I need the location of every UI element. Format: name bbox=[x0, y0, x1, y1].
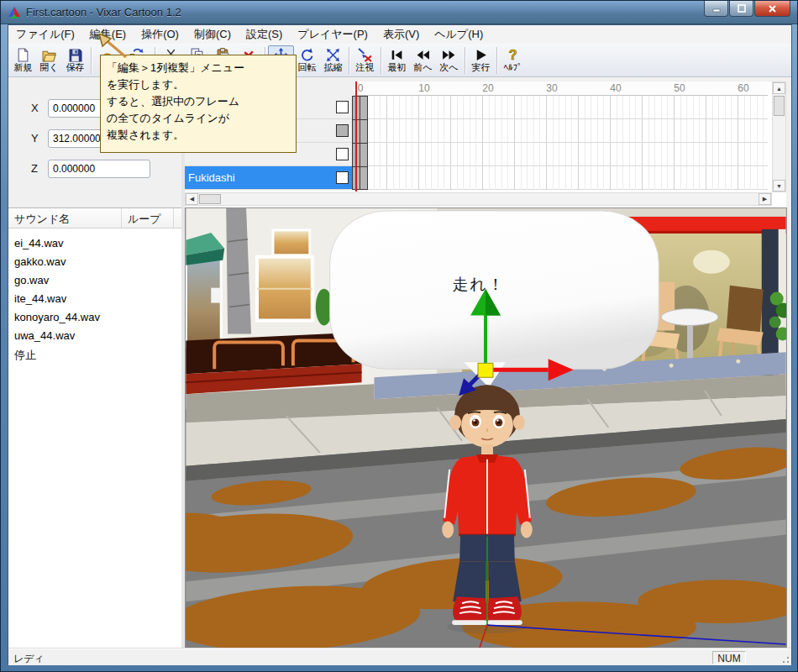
prev-frame-icon bbox=[416, 48, 430, 62]
track-checkbox[interactable] bbox=[336, 101, 349, 113]
sound-list-item[interactable]: 停止 bbox=[8, 345, 172, 364]
first-frame-icon bbox=[390, 48, 404, 62]
help-button[interactable]: ? ﾍﾙﾌﾟ bbox=[500, 45, 526, 76]
prev-frame-label: 前へ bbox=[413, 62, 432, 73]
sound-list-item[interactable]: ite_44.wav bbox=[8, 290, 172, 308]
save-label: 保存 bbox=[66, 62, 85, 73]
timeline-hscrollbar[interactable]: ◀ ▶ bbox=[185, 192, 772, 206]
gizmo-center-handle[interactable] bbox=[478, 363, 493, 377]
close-icon bbox=[768, 4, 777, 13]
open-label: 開く bbox=[39, 62, 58, 73]
scroll-down-arrow[interactable]: ▼ bbox=[773, 180, 785, 192]
timeline-track-row-fukidashi[interactable]: Fukidashi bbox=[185, 166, 352, 190]
ruler-tick: 30 bbox=[546, 82, 557, 94]
sound-name-column-header[interactable]: サウンド名 bbox=[8, 208, 122, 228]
sound-panel: サウンド名 ループ ei_44.wav gakko.wav go.wav ite… bbox=[8, 207, 181, 648]
rotate-label: 回転 bbox=[298, 62, 317, 73]
menu-file[interactable]: ファイル(F) bbox=[8, 24, 82, 45]
track-checkbox[interactable] bbox=[336, 148, 349, 160]
ruler-tick: 20 bbox=[482, 82, 493, 94]
playhead[interactable] bbox=[355, 81, 357, 192]
selected-frame-column[interactable] bbox=[352, 96, 368, 190]
hscroll-thumb[interactable] bbox=[199, 194, 221, 204]
gaze-button[interactable]: 注視 bbox=[352, 45, 378, 76]
minimize-button[interactable] bbox=[704, 1, 728, 17]
track-checkbox[interactable] bbox=[336, 124, 349, 137]
edit-menu-tooltip: 「編集＞1列複製」メニュー を実行します。 すると、選択中のフレーム の全てのタ… bbox=[100, 55, 297, 153]
timeline-ruler[interactable]: 0 10 20 30 40 50 60 bbox=[354, 81, 768, 96]
vscroll-thumb[interactable] bbox=[774, 96, 785, 116]
ruler-tick: 50 bbox=[674, 82, 685, 94]
track-label: Fukidashi bbox=[188, 171, 235, 184]
open-button[interactable]: 開く bbox=[36, 45, 62, 76]
loop-column-header[interactable]: ループ bbox=[122, 208, 174, 228]
close-button[interactable] bbox=[754, 1, 790, 17]
maximize-icon bbox=[738, 4, 746, 13]
client-area: ファイル(F) 編集(E) 操作(O) 制御(C) 設定(S) プレイヤー(P)… bbox=[8, 24, 792, 664]
toolbar-separator bbox=[465, 47, 465, 74]
tooltip-callout-arrow bbox=[92, 34, 131, 59]
tooltip-line: 複製されます。 bbox=[107, 127, 290, 144]
window-title: First.cartoon - Vixar Cartoon 1.2 bbox=[26, 6, 181, 18]
toolbar-separator bbox=[381, 47, 381, 74]
scroll-left-arrow[interactable]: ◀ bbox=[186, 193, 198, 205]
new-button[interactable]: 新規 bbox=[10, 45, 36, 76]
sound-list-item[interactable]: uwa_44.wav bbox=[8, 327, 172, 345]
resize-grip[interactable] bbox=[779, 653, 790, 664]
save-icon bbox=[68, 48, 82, 62]
svg-text:?: ? bbox=[509, 48, 517, 62]
prev-frame-button[interactable]: 前へ bbox=[410, 45, 436, 76]
scale-button[interactable]: 拡縮 bbox=[320, 45, 346, 76]
rotate-button[interactable]: 回転 bbox=[294, 45, 320, 76]
sound-list-item[interactable]: ei_44.wav bbox=[8, 234, 172, 253]
toolbar-separator bbox=[91, 47, 92, 74]
speech-bubble[interactable]: 走れ！ bbox=[330, 211, 659, 387]
open-folder-icon bbox=[42, 48, 56, 62]
help-label: ﾍﾙﾌﾟ bbox=[504, 62, 522, 73]
scene-canvas: 走れ！ bbox=[186, 208, 786, 648]
tooltip-line: の全てのタイムラインが bbox=[107, 110, 290, 127]
new-label: 新規 bbox=[14, 62, 33, 73]
menu-view[interactable]: 表示(V) bbox=[375, 24, 427, 45]
ruler-tick: 0 bbox=[358, 82, 364, 94]
menu-control[interactable]: 制御(C) bbox=[186, 24, 239, 45]
scroll-up-arrow[interactable]: ▲ bbox=[773, 82, 785, 94]
sound-list-item[interactable]: gakko.wav bbox=[8, 253, 172, 271]
minimize-icon bbox=[712, 5, 721, 13]
tooltip-line: 「編集＞1列複製」メニュー bbox=[107, 60, 290, 76]
viewport-3d[interactable]: 走れ！ bbox=[185, 207, 787, 648]
ruler-tick: 60 bbox=[738, 82, 748, 94]
tooltip-line: すると、選択中のフレーム bbox=[107, 93, 290, 110]
titlebar[interactable]: First.cartoon - Vixar Cartoon 1.2 bbox=[1, 1, 797, 24]
next-frame-button[interactable]: 次へ bbox=[436, 45, 462, 76]
menu-player[interactable]: プレイヤー(P) bbox=[290, 24, 375, 45]
rotate-icon bbox=[300, 48, 314, 62]
scale-label: 拡縮 bbox=[324, 62, 343, 73]
timeline-vscrollbar[interactable]: ▲ ▼ bbox=[772, 81, 786, 192]
z-axis-label: Z bbox=[31, 162, 38, 175]
save-button[interactable]: 保存 bbox=[62, 45, 88, 76]
first-frame-label: 最初 bbox=[388, 62, 407, 73]
toolbar-separator bbox=[496, 47, 497, 74]
menu-settings[interactable]: 設定(S) bbox=[239, 24, 290, 45]
app-logo-icon bbox=[8, 6, 21, 19]
help-icon: ? bbox=[506, 48, 520, 62]
statusbar: レディ NUM bbox=[8, 648, 791, 665]
sound-list-header: サウンド名 ループ bbox=[8, 208, 181, 228]
menu-help[interactable]: ヘルプ(H) bbox=[427, 24, 491, 45]
ruler-tick: 10 bbox=[418, 82, 429, 94]
sound-list-item[interactable]: go.wav bbox=[8, 271, 172, 290]
status-message: レディ bbox=[13, 652, 45, 666]
menu-operate[interactable]: 操作(O) bbox=[134, 24, 186, 45]
y-axis-label: Y bbox=[31, 132, 39, 144]
z-value-field[interactable]: 0.000000 bbox=[48, 160, 150, 178]
toolbar-separator bbox=[349, 47, 349, 74]
track-checkbox[interactable] bbox=[336, 171, 349, 184]
scroll-right-arrow[interactable]: ▶ bbox=[759, 193, 771, 205]
speech-bubble-text: 走れ！ bbox=[452, 276, 505, 293]
sound-list-item[interactable]: konoyaro_44.wav bbox=[8, 308, 172, 327]
maximize-button[interactable] bbox=[729, 1, 753, 17]
new-document-icon bbox=[16, 48, 30, 62]
first-frame-button[interactable]: 最初 bbox=[384, 45, 410, 76]
play-button[interactable]: 実行 bbox=[468, 45, 494, 76]
